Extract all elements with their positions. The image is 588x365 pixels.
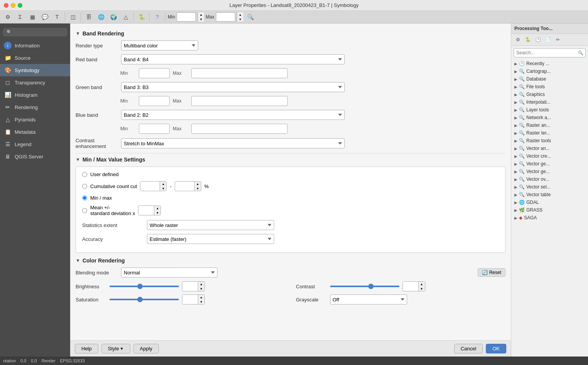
cumulative-min-btns[interactable]: ▲ ▼ bbox=[160, 182, 166, 191]
cumulative-radio[interactable] bbox=[82, 184, 87, 189]
style-button[interactable]: Style ▼ bbox=[101, 344, 130, 353]
saturation-spinbox[interactable]: 0 ▲ ▼ bbox=[182, 294, 205, 304]
tree-item-saga[interactable]: ▶ ◆ SAGA bbox=[511, 214, 588, 222]
tree-item-vector-ge2[interactable]: ▶ 🔍 Vector ge... bbox=[511, 168, 588, 175]
tree-item-network[interactable]: ▶ 🔍 Network a... bbox=[511, 114, 588, 121]
grayscale-select[interactable]: Off bbox=[330, 294, 407, 304]
cum-min-down[interactable]: ▼ bbox=[160, 186, 166, 191]
ok-button[interactable]: OK bbox=[486, 344, 506, 353]
contrast-down[interactable]: ▼ bbox=[419, 286, 425, 291]
cum-max-down[interactable]: ▼ bbox=[195, 186, 201, 191]
render-type-select[interactable]: Multiband color bbox=[121, 40, 198, 50]
gear-icon[interactable]: ⚙ bbox=[2, 12, 13, 22]
blue-band-select[interactable]: Band 2: B2 bbox=[121, 110, 345, 120]
contrast-input[interactable]: 0 bbox=[403, 282, 418, 291]
tree-item-layertools[interactable]: ▶ 🔍 Layer tools bbox=[511, 106, 588, 114]
cumulative-min-spinbox[interactable]: 2,0 ▲ ▼ bbox=[140, 181, 167, 191]
tree-item-vector-an[interactable]: ▶ 🔍 Vector an... bbox=[511, 145, 588, 152]
cumulative-max-btns[interactable]: ▲ ▼ bbox=[194, 182, 201, 191]
accuracy-select[interactable]: Estimate (faster) bbox=[147, 234, 274, 244]
sidebar-item-metadata[interactable]: 📋 Metadata bbox=[0, 126, 70, 138]
red-max-input[interactable]: 3246 bbox=[191, 68, 288, 78]
tree-item-raster-an[interactable]: ▶ 🔍 Raster an... bbox=[511, 121, 588, 129]
sidebar-item-symbology[interactable]: 🎨 Symbology bbox=[0, 64, 70, 76]
tree-item-vector-ge1[interactable]: ▶ 🔍 Vector ge... bbox=[511, 160, 588, 168]
saturation-up[interactable]: ▲ bbox=[198, 295, 204, 299]
brightness-slider[interactable] bbox=[110, 286, 179, 287]
sidebar-item-pyramids[interactable]: △ Pyramids bbox=[0, 113, 70, 126]
red-min-input[interactable]: 99 bbox=[139, 68, 170, 78]
min-up[interactable]: ▲ bbox=[198, 12, 204, 17]
contrast-slider[interactable] bbox=[330, 286, 399, 287]
layer-icon[interactable]: ◫ bbox=[67, 12, 78, 22]
globe1-icon[interactable]: 🌐 bbox=[96, 12, 106, 22]
blue-max-input[interactable]: 4236 bbox=[191, 124, 288, 134]
tree-item-grass[interactable]: ▶ 🌿 GRASS bbox=[511, 206, 588, 214]
minmax-radio[interactable] bbox=[82, 195, 87, 200]
processing-python-icon[interactable]: 🐍 bbox=[524, 35, 532, 44]
max-up[interactable]: ▲ bbox=[237, 12, 243, 17]
contrast-spinbox[interactable]: 0 ▲ ▼ bbox=[403, 281, 425, 291]
right-search-input[interactable] bbox=[514, 48, 586, 57]
mean-btns[interactable]: ▲ ▼ bbox=[154, 206, 160, 215]
sigma-icon[interactable]: Σ bbox=[15, 12, 25, 22]
cumulative-min-input[interactable]: 2,0 bbox=[140, 182, 160, 191]
minmax-arrow[interactable]: ▼ bbox=[76, 157, 80, 162]
help-icon[interactable]: ? bbox=[152, 12, 163, 22]
max-spinbox[interactable]: ▲ ▼ bbox=[237, 12, 243, 22]
color-rendering-arrow[interactable]: ▼ bbox=[76, 258, 80, 263]
maximize-button[interactable] bbox=[18, 3, 22, 8]
brightness-up[interactable]: ▲ bbox=[198, 282, 204, 286]
saturation-thumb[interactable] bbox=[137, 297, 143, 302]
green-min-input[interactable]: 178 bbox=[139, 96, 170, 106]
min-spinbox[interactable]: ▲ ▼ bbox=[197, 12, 204, 22]
close-button[interactable] bbox=[4, 3, 8, 8]
processing-edit-icon[interactable]: ✏ bbox=[554, 35, 562, 44]
sidebar-search[interactable]: 🔍 bbox=[3, 28, 67, 36]
statistics-extent-select[interactable]: Whole raster bbox=[147, 220, 274, 230]
tree-item-vector-sel[interactable]: ▶ 🔍 Vector sel... bbox=[511, 183, 588, 191]
sidebar-item-information[interactable]: i Information bbox=[0, 39, 70, 52]
tree-item-cartography[interactable]: ▶ 🔍 Cartograp... bbox=[511, 67, 588, 75]
reset-button[interactable]: 🔄 Reset bbox=[478, 268, 505, 277]
mean-radio[interactable] bbox=[82, 208, 87, 213]
tree-item-database[interactable]: ▶ 🔍 Database bbox=[511, 75, 588, 83]
sidebar-item-histogram[interactable]: 📊 Histogram bbox=[0, 89, 70, 101]
help-button[interactable]: Help bbox=[75, 344, 98, 353]
brightness-thumb[interactable] bbox=[137, 284, 143, 289]
processing-clock-icon[interactable]: 🕐 bbox=[534, 35, 542, 44]
cum-max-up[interactable]: ▲ bbox=[195, 182, 201, 186]
contrast-up[interactable]: ▲ bbox=[419, 282, 425, 286]
python-icon[interactable]: 🐍 bbox=[136, 12, 147, 22]
zoom-icon[interactable]: 🔍 bbox=[245, 12, 256, 22]
max-input[interactable]: 100 bbox=[216, 12, 235, 22]
processing-doc-icon[interactable]: 📄 bbox=[544, 35, 552, 44]
cum-min-up[interactable]: ▲ bbox=[160, 182, 166, 186]
user-defined-radio[interactable] bbox=[82, 172, 87, 177]
mean-spinbox[interactable]: 2,00 ▲ ▼ bbox=[138, 205, 161, 215]
sidebar-item-source[interactable]: 📁 Source bbox=[0, 52, 70, 64]
tree-item-vector-table[interactable]: ▶ 🔍 Vector table bbox=[511, 191, 588, 198]
mean-up[interactable]: ▲ bbox=[154, 206, 160, 210]
mean-input[interactable]: 2,00 bbox=[138, 206, 154, 215]
text-icon[interactable]: T bbox=[52, 12, 62, 22]
green-band-select[interactable]: Band 3: B3 bbox=[121, 82, 345, 92]
cumulative-max-spinbox[interactable]: 98,0 ▲ ▼ bbox=[175, 181, 201, 191]
cancel-button[interactable]: Cancel bbox=[454, 344, 483, 353]
tree-item-gdal[interactable]: ▶ 🌐 GDAL bbox=[511, 198, 588, 206]
tree-item-raster-ter[interactable]: ▶ 🔍 Raster ter... bbox=[511, 129, 588, 137]
brightness-input[interactable]: 0 bbox=[182, 282, 198, 291]
brightness-down[interactable]: ▼ bbox=[198, 286, 204, 291]
tree-item-graphics[interactable]: ▶ 🔍 Graphics bbox=[511, 91, 588, 98]
contrast-thumb[interactable] bbox=[368, 284, 374, 289]
blue-min-input[interactable]: -34 bbox=[139, 124, 170, 134]
saturation-down[interactable]: ▼ bbox=[198, 299, 204, 304]
tree-item-vector-ov[interactable]: ▶ 🔍 Vector ov... bbox=[511, 175, 588, 183]
saturation-input[interactable]: 0 bbox=[182, 295, 198, 304]
blending-mode-select[interactable]: Normal bbox=[121, 267, 217, 278]
sidebar-item-rendering[interactable]: ✏ Rendering bbox=[0, 101, 70, 113]
properties-scroll[interactable]: ▼ Band Rendering Render type Multiband c… bbox=[70, 24, 511, 340]
tree-item-vector-cre[interactable]: ▶ 🔍 Vector cre... bbox=[511, 152, 588, 160]
apply-button[interactable]: Apply bbox=[133, 344, 159, 353]
min-input[interactable]: 60 bbox=[177, 12, 196, 22]
